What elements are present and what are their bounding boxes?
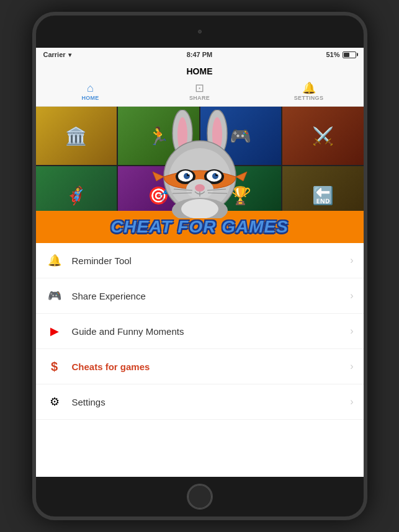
status-time: 8:47 PM — [187, 51, 213, 58]
youtube-icon: ▶ — [46, 322, 63, 340]
status-left: Carrier ▾ — [43, 51, 71, 58]
screen: Carrier ▾ 8:47 PM 51% HOME ⌂ HOME ⊡ — [36, 48, 364, 477]
nav-title: HOME — [36, 61, 364, 79]
battery-bar — [343, 51, 356, 58]
carrier-label: Carrier — [43, 51, 66, 58]
menu-item-settings-label: Settings — [72, 397, 351, 407]
nav-bar: HOME ⌂ HOME ⊡ SHARE 🔔 SETTINGS — [36, 61, 364, 107]
menu-item-share[interactable]: 🎮 Share Experience › — [36, 278, 364, 314]
home-button[interactable] — [187, 484, 213, 510]
menu-item-guide[interactable]: ▶ Guide and Funny Moments › — [36, 314, 364, 349]
tab-settings-label: SETTINGS — [294, 95, 323, 101]
menu-item-reminder-label: Reminder Tool — [72, 255, 351, 266]
menu-item-share-label: Share Experience — [72, 291, 351, 301]
mascot-rabbit — [150, 110, 249, 218]
status-right: 51% — [326, 51, 356, 58]
svg-point-23 — [181, 199, 218, 218]
home-icon: ⌂ — [87, 82, 94, 94]
menu-item-guide-label: Guide and Funny Moments — [72, 326, 351, 337]
tab-share[interactable]: ⊡ SHARE — [145, 79, 254, 106]
chevron-icon-2: › — [350, 326, 353, 337]
wifi-icon: ▾ — [68, 51, 71, 58]
svg-point-15 — [216, 173, 218, 175]
dollar-icon: $ — [46, 358, 63, 375]
bottom-bezel — [36, 477, 364, 516]
chevron-icon-0: › — [350, 255, 353, 266]
menu-item-reminder[interactable]: 🔔 Reminder Tool › — [36, 243, 364, 278]
reminder-icon: 🔔 — [46, 252, 63, 269]
tab-bar: ⌂ HOME ⊡ SHARE 🔔 SETTINGS — [36, 79, 364, 106]
device: Carrier ▾ 8:47 PM 51% HOME ⌂ HOME ⊡ — [32, 12, 367, 520]
tab-home-label: HOME — [81, 95, 99, 101]
svg-point-17 — [195, 184, 205, 192]
mascot-container — [150, 110, 249, 218]
camera — [198, 30, 202, 33]
menu-item-cheats-label: Cheats for games — [72, 361, 351, 372]
hero-area: 🏛️ 🏃 🎮 ⚔️ 🦸 🎯 🏆 🔚 — [36, 107, 364, 243]
settings-icon: ⚙ — [46, 393, 63, 410]
tab-home[interactable]: ⌂ HOME — [36, 79, 145, 106]
menu-item-cheats[interactable]: $ Cheats for games › — [36, 349, 364, 384]
svg-point-14 — [187, 173, 189, 175]
gamepad-icon: 🎮 — [46, 287, 63, 304]
top-bezel — [36, 16, 364, 48]
battery-fill — [344, 53, 349, 57]
menu-item-settings[interactable]: ⚙ Settings › — [36, 384, 364, 420]
tab-share-label: SHARE — [189, 95, 210, 101]
tab-settings[interactable]: 🔔 SETTINGS — [254, 79, 364, 106]
status-bar: Carrier ▾ 8:47 PM 51% — [36, 48, 364, 61]
chevron-icon-4: › — [350, 396, 353, 407]
battery-percent: 51% — [326, 51, 339, 58]
bell-icon: 🔔 — [302, 82, 316, 94]
menu-list: 🔔 Reminder Tool › 🎮 Share Experience › ▶… — [36, 243, 364, 477]
chevron-icon-3: › — [350, 361, 353, 372]
chevron-icon-1: › — [350, 290, 353, 301]
game-cell-1: 🏛️ — [36, 107, 117, 165]
title-banner-text: CHEAT FOR GAMES — [110, 217, 289, 237]
game-cell-4: ⚔️ — [282, 107, 364, 165]
share-icon: ⊡ — [195, 82, 204, 94]
